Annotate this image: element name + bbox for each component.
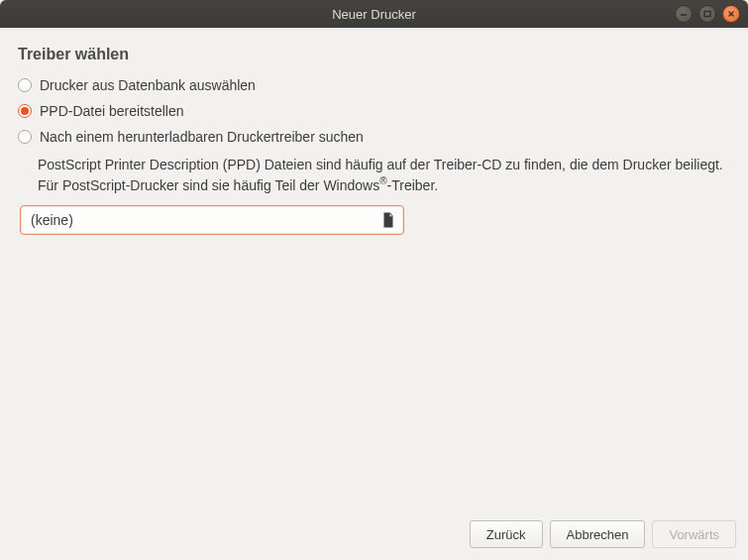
titlebar: Neuer Drucker (0, 0, 748, 28)
file-chooser-value: (keine) (31, 212, 379, 228)
forward-button-label: Vorwärts (669, 527, 719, 542)
back-button[interactable]: Zurück (470, 520, 543, 548)
option-ppd-label: PPD-Datei bereitstellen (40, 103, 184, 119)
ppd-file-chooser[interactable]: (keine) (20, 205, 404, 235)
maximize-button[interactable] (698, 5, 716, 23)
maximize-icon (702, 9, 712, 19)
dialog-content: Treiber wählen Drucker aus Datenbank aus… (0, 28, 748, 508)
option-database-label: Drucker aus Datenbank auswählen (40, 77, 256, 93)
window-title: Neuer Drucker (332, 7, 416, 22)
minimize-button[interactable] (675, 5, 693, 23)
radio-icon (18, 78, 32, 92)
option-download[interactable]: Nach einem herunterladbaren Druckertreib… (18, 129, 730, 145)
option-database[interactable]: Drucker aus Datenbank auswählen (18, 77, 730, 93)
close-icon (726, 9, 736, 19)
document-icon (379, 211, 397, 229)
cancel-button[interactable]: Abbrechen (550, 520, 646, 548)
svg-rect-1 (704, 12, 710, 17)
dialog-footer: Zurück Abbrechen Vorwärts (0, 508, 748, 560)
close-button[interactable] (722, 5, 740, 23)
ppd-description: PostScript Printer Description (PPD) Dat… (38, 155, 730, 195)
option-ppd[interactable]: PPD-Datei bereitstellen (18, 103, 730, 119)
page-heading: Treiber wählen (18, 46, 730, 63)
minimize-icon (679, 9, 689, 19)
back-button-label: Zurück (486, 527, 526, 542)
option-download-label: Nach einem herunterladbaren Druckertreib… (40, 129, 364, 145)
forward-button: Vorwärts (652, 520, 736, 548)
radio-icon (18, 104, 32, 118)
radio-icon (18, 130, 32, 144)
cancel-button-label: Abbrechen (567, 527, 629, 542)
window-controls (675, 5, 740, 23)
